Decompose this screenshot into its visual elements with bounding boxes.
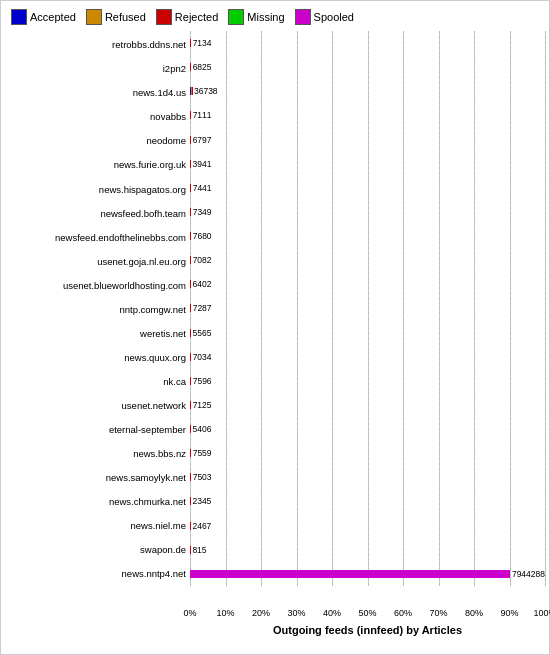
x-tick-4: 40% [323,608,341,618]
bar-row-1: 6825 [190,55,545,79]
y-labels: retrobbs.ddns.neti2pn2news.1d4.usnovabbs… [5,31,190,606]
bar-row-19: 2345 [190,489,545,513]
bar-row-10: 6402 [190,272,545,296]
y-label-news-furie-org-uk: news.furie.org.uk [5,159,186,170]
bar-value-label-7: 7349 [193,207,212,217]
bar-value-label-16: 5406 [193,424,212,434]
x-tick-9: 90% [500,608,518,618]
y-label-newsfeed-bofh-team: newsfeed.bofh.team [5,208,186,219]
legend-label-refused: Refused [105,11,146,23]
bar-value-label-4: 6797 [193,135,212,145]
x-tick-1: 10% [216,608,234,618]
y-label-nntp-comgw-net: nntp.comgw.net [5,304,186,315]
bar-row-11: 7287 [190,296,545,320]
bar-row-22: 7944288 [190,562,545,586]
bar-value-label-12: 5565 [193,328,212,338]
x-tick-3: 30% [287,608,305,618]
legend-color-refused [86,9,102,25]
bar-value-label-5: 3941 [193,159,212,169]
bar-row-21: 815 [190,538,545,562]
y-label-usenet-network: usenet.network [5,400,186,411]
y-label-news-chmurka-net: news.chmurka.net [5,496,186,507]
bar-row-9: 7082 [190,248,545,272]
bar-value-label-0: 7134 [193,38,212,48]
legend-label-missing: Missing [247,11,284,23]
y-label-news-hispagatos-org: news.hispagatos.org [5,184,186,195]
bars-wrapper: 7134682536738711167973941744173497680708… [190,31,545,586]
bar-value-label-19: 2345 [192,496,211,506]
bar-value-label-22: 7944288 [512,569,545,579]
y-label-news-samoylyk-net: news.samoylyk.net [5,472,186,483]
y-label-news-niel-me: news.niel.me [5,520,186,531]
bar-value-label-8: 7680 [193,231,212,241]
bar-row-20: 2467 [190,514,545,538]
x-tick-10: 100% [533,608,550,618]
bar-value-label-13: 7034 [193,352,212,362]
grid-line-10 [545,31,546,586]
y-label-news-bbs-nz: news.bbs.nz [5,448,186,459]
bar-value-label-10: 6402 [193,279,212,289]
bar-row-0: 7134 [190,31,545,55]
bar-row-2: 36738 [190,79,545,103]
bar-row-13: 7034 [190,345,545,369]
bar-value-label-14: 7596 [193,376,212,386]
bar-value-label-3: 7111 [193,110,212,120]
legend-label-accepted: Accepted [30,11,76,23]
bar-row-8: 7680 [190,224,545,248]
x-tick-0: 0% [183,608,196,618]
bar-value-label-18: 7503 [193,472,212,482]
y-label-usenet-blueworldhosting-com: usenet.blueworldhosting.com [5,280,186,291]
y-label-news-1d4-us: news.1d4.us [5,87,186,98]
y-label-i2pn2: i2pn2 [5,63,186,74]
bar-row-14: 7596 [190,369,545,393]
legend-label-rejected: Rejected [175,11,218,23]
bar-row-16: 5406 [190,417,545,441]
y-label-weretis-net: weretis.net [5,328,186,339]
y-label-news-quux-org: news.quux.org [5,352,186,363]
x-tick-2: 20% [252,608,270,618]
bar-row-4: 6797 [190,128,545,152]
y-label-news-nntp4-net: news.nntp4.net [5,568,186,579]
bars-section: 7134682536738711167973941744173497680708… [190,31,545,606]
y-label-novabbs: novabbs [5,111,186,122]
y-label-retrobbs-ddns-net: retrobbs.ddns.net [5,39,186,50]
x-tick-6: 60% [394,608,412,618]
y-label-newsfeed-endofthelinebbs-com: newsfeed.endofthelinebbs.com [5,232,186,243]
x-tick-5: 50% [358,608,376,618]
x-axis: 0%10%20%30%40%50%60%70%80%90%100% [190,606,545,622]
chart-container: AcceptedRefusedRejectedMissingSpooled re… [0,0,550,655]
y-label-eternal-september: eternal-september [5,424,186,435]
y-label-swapon-de: swapon.de [5,544,186,555]
x-tick-8: 80% [465,608,483,618]
bar-row-5: 3941 [190,152,545,176]
bar-row-17: 7559 [190,441,545,465]
legend-label-spooled: Spooled [314,11,354,23]
legend-item-rejected: Rejected [156,9,218,25]
legend-item-accepted: Accepted [11,9,76,25]
bar-value-label-17: 7559 [193,448,212,458]
bar-value-label-9: 7082 [193,255,212,265]
x-tick-7: 70% [429,608,447,618]
legend-item-spooled: Spooled [295,9,354,25]
y-label-neodome: neodome [5,135,186,146]
bar-row-3: 7111 [190,103,545,127]
bar-row-15: 7125 [190,393,545,417]
legend-color-missing [228,9,244,25]
bottom-section: 0%10%20%30%40%50%60%70%80%90%100% Outgoi… [5,606,545,636]
bar-row-18: 7503 [190,465,545,489]
y-label-nk-ca: nk.ca [5,376,186,387]
y-label-usenet-goja-nl-eu-org: usenet.goja.nl.eu.org [5,256,186,267]
bar-value-label-20: 2467 [192,521,211,531]
bar-value-label-1: 6825 [193,62,212,72]
bar-value-label-11: 7287 [193,303,212,313]
legend-item-refused: Refused [86,9,146,25]
chart-title: Outgoing feeds (innfeed) by Articles [190,624,545,636]
legend-color-accepted [11,9,27,25]
bar-accepted-22 [190,570,510,578]
chart-area: retrobbs.ddns.neti2pn2news.1d4.usnovabbs… [5,31,545,606]
bar-row-12: 5565 [190,321,545,345]
bar-value-label-6: 7441 [193,183,212,193]
grid-and-bars: 7134682536738711167973941744173497680708… [190,31,545,586]
legend-item-missing: Missing [228,9,284,25]
legend: AcceptedRefusedRejectedMissingSpooled [5,5,545,31]
